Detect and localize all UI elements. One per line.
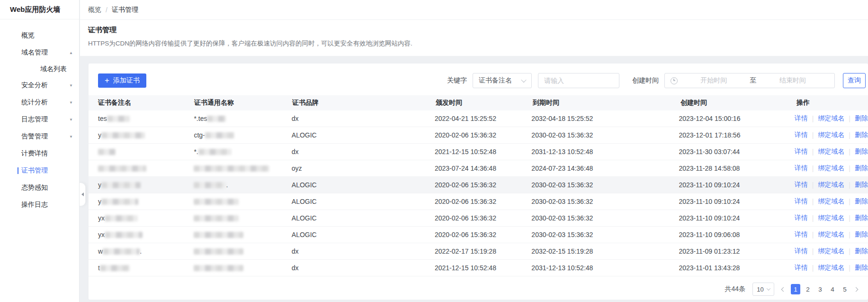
bind-domain-link[interactable]: 绑定域名 xyxy=(818,114,844,123)
row-actions: 详情|绑定域名|删除 xyxy=(795,230,868,239)
table-row[interactable]: yALOGIC2020-02-06 15:36:322030-02-03 15:… xyxy=(89,193,868,210)
delete-link[interactable]: 删除 xyxy=(855,131,868,139)
detail-link[interactable]: 详情 xyxy=(795,247,808,256)
bind-domain-link[interactable]: 绑定域名 xyxy=(818,214,844,222)
bind-domain-link[interactable]: 绑定域名 xyxy=(818,247,844,256)
sidebar-item-domain-management[interactable]: 域名管理▲ xyxy=(0,44,79,61)
redacted-text xyxy=(105,215,138,221)
sidebar-item-label: 证书管理 xyxy=(21,166,48,175)
page-description: HTTPS为CDN的网络内容传输提供了更好的保障，客户端在极速访问内容的同时，可… xyxy=(88,39,857,48)
bind-domain-link[interactable]: 绑定域名 xyxy=(818,181,844,189)
created-time-range-picker[interactable]: 开始时间 至 结束时间 xyxy=(664,73,835,88)
toolbar: + 添加证书 关键字 证书备注名 创建时间 开始时间 至 结束时间 查询 xyxy=(89,64,868,88)
detail-link[interactable]: 详情 xyxy=(795,114,808,123)
expires-time-cell: 2031-12-13 10:52:48 xyxy=(531,264,679,272)
detail-link[interactable]: 详情 xyxy=(795,181,808,189)
bind-domain-link[interactable]: 绑定域名 xyxy=(818,264,844,272)
action-separator: | xyxy=(849,115,850,122)
sidebar-item-billing-details[interactable]: 计费详情 xyxy=(0,145,79,162)
sidebar-collapse-handle[interactable] xyxy=(80,183,86,206)
detail-link[interactable]: 详情 xyxy=(795,131,808,139)
bind-domain-link[interactable]: 绑定域名 xyxy=(818,230,844,239)
delete-link[interactable]: 删除 xyxy=(855,147,868,156)
page-size-select[interactable]: 10 xyxy=(752,283,774,296)
delete-link[interactable]: 删除 xyxy=(855,164,868,173)
query-button[interactable]: 查询 xyxy=(843,73,866,88)
delete-link[interactable]: 删除 xyxy=(855,247,868,256)
table-row[interactable]: yctg-ALOGIC2020-02-06 15:36:322030-02-03… xyxy=(89,127,868,144)
add-certificate-button[interactable]: + 添加证书 xyxy=(98,73,146,88)
sidebar-item-label: 计费详情 xyxy=(21,149,48,158)
action-separator: | xyxy=(812,148,814,156)
keyword-input[interactable] xyxy=(538,73,619,88)
cert-brand-cell: dx xyxy=(292,115,435,122)
cert-remark-cell: w. xyxy=(98,247,194,255)
detail-link[interactable]: 详情 xyxy=(795,164,808,173)
bind-domain-link[interactable]: 绑定域名 xyxy=(818,147,844,156)
table-row[interactable]: yxALOGIC2020-02-06 15:36:322030-02-03 15… xyxy=(89,210,868,227)
table-row[interactable]: w.dx2022-02-17 15:19:282032-02-15 15:19:… xyxy=(89,243,868,260)
table-row[interactable]: yxALOGIC2020-02-06 15:36:322030-02-03 15… xyxy=(89,227,868,243)
bind-domain-link[interactable]: 绑定域名 xyxy=(818,164,844,173)
page-1[interactable]: 1 xyxy=(791,284,800,294)
detail-link[interactable]: 详情 xyxy=(795,197,808,206)
breadcrumb-overview[interactable]: 概览 xyxy=(88,6,101,14)
row-actions: 详情|绑定域名|删除 xyxy=(795,264,868,272)
cert-remark-cell xyxy=(98,165,194,172)
keyword-type-select[interactable]: 证书备注名 xyxy=(473,73,532,88)
table-row[interactable]: *.dx2021-12-15 10:52:482031-12-13 10:52:… xyxy=(89,144,868,160)
table-row[interactable]: tes*.tesdx2022-04-21 15:25:522032-04-18 … xyxy=(89,110,868,127)
app-title: Web应用防火墙 xyxy=(0,0,79,19)
sidebar-item-log-management[interactable]: 日志管理▼ xyxy=(0,111,79,128)
prev-page-icon[interactable] xyxy=(781,287,786,292)
delete-link[interactable]: 删除 xyxy=(855,230,868,239)
cert-brand-cell: dx xyxy=(292,148,435,156)
created-time-cell: 2023-11-28 14:58:08 xyxy=(679,165,794,172)
expires-time-cell: 2030-02-03 15:36:32 xyxy=(531,231,679,238)
bind-domain-link[interactable]: 绑定域名 xyxy=(818,197,844,206)
cert-remark-cell-prefix: tes xyxy=(98,115,107,122)
table-row[interactable]: tdx2021-12-15 10:52:482031-12-13 10:52:4… xyxy=(89,260,868,276)
delete-link[interactable]: 删除 xyxy=(855,181,868,189)
sidebar-item-certificate-management[interactable]: 证书管理 xyxy=(0,162,79,179)
redacted-text xyxy=(100,265,130,271)
detail-link[interactable]: 详情 xyxy=(795,147,808,156)
sidebar-item-alert-management[interactable]: 告警管理▼ xyxy=(0,128,79,145)
sidebar-item-security-analysis[interactable]: 安全分析▼ xyxy=(0,77,79,94)
sidebar-item-situational-awareness[interactable]: 态势感知 xyxy=(0,179,79,196)
sidebar-item-operation-log[interactable]: 操作日志 xyxy=(0,196,79,213)
table-header-row: 证书备注名证书通用名称证书品牌颁发时间到期时间创建时间操作 xyxy=(89,95,868,110)
cert-brand-cell: ALOGIC xyxy=(292,214,435,222)
row-actions: 详情|绑定域名|删除 xyxy=(795,181,868,189)
table-row[interactable]: oyz2023-07-24 14:36:482024-07-23 14:36:4… xyxy=(89,160,868,177)
sidebar-item-overview[interactable]: 概览 xyxy=(0,27,79,44)
sidebar-item-domain-list[interactable]: 域名列表 xyxy=(0,61,79,77)
issued-time-cell: 2020-02-06 15:36:32 xyxy=(435,231,531,238)
sidebar-item-label: 统计分析 xyxy=(21,98,48,107)
chevron-down-icon xyxy=(766,286,770,290)
next-page-icon[interactable] xyxy=(854,287,859,292)
detail-link[interactable]: 详情 xyxy=(795,230,808,239)
delete-link[interactable]: 删除 xyxy=(855,197,868,206)
delete-link[interactable]: 删除 xyxy=(855,114,868,123)
chevron-down-icon: ▼ xyxy=(69,135,73,139)
cert-remark-cell-prefix: y xyxy=(98,181,101,189)
sidebar-item-statistics-analysis[interactable]: 统计分析▼ xyxy=(0,94,79,111)
cert-brand-cell: ALOGIC xyxy=(292,231,435,238)
detail-link[interactable]: 详情 xyxy=(795,214,808,222)
page-5[interactable]: 5 xyxy=(840,284,850,294)
table-row[interactable]: y.ALOGIC2020-02-06 15:36:322030-02-03 15… xyxy=(89,177,868,193)
bind-domain-link[interactable]: 绑定域名 xyxy=(818,131,844,139)
delete-link[interactable]: 删除 xyxy=(855,264,868,272)
action-separator: | xyxy=(812,198,814,205)
cert-brand-cell: ALOGIC xyxy=(292,198,435,205)
redacted-text xyxy=(194,215,239,221)
redacted-text xyxy=(205,132,234,138)
page-3[interactable]: 3 xyxy=(815,284,825,294)
detail-link[interactable]: 详情 xyxy=(795,264,808,272)
page-2[interactable]: 2 xyxy=(803,284,813,294)
row-actions: 详情|绑定域名|删除 xyxy=(795,214,868,222)
delete-link[interactable]: 删除 xyxy=(855,214,868,222)
row-actions: 详情|绑定域名|删除 xyxy=(795,164,868,173)
page-4[interactable]: 4 xyxy=(828,284,837,294)
